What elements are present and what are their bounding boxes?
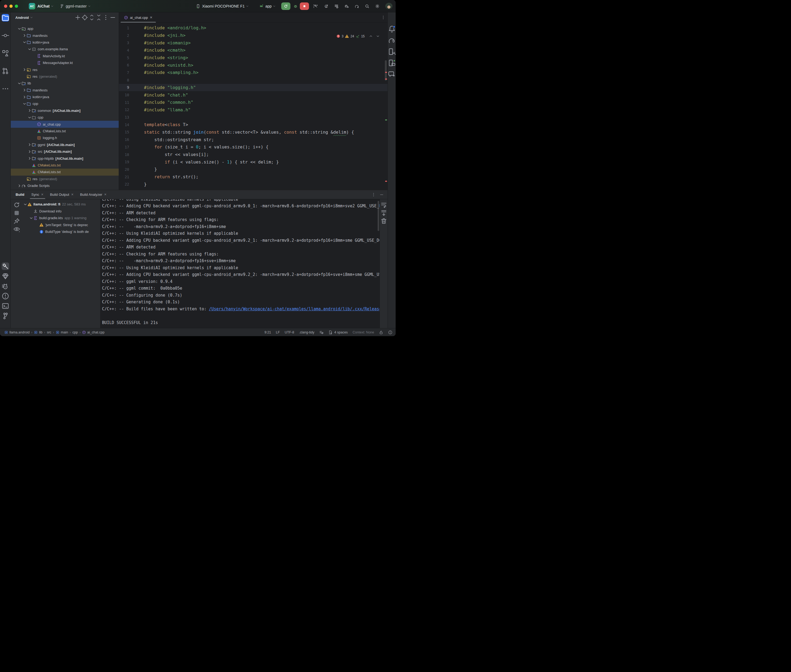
tree-item-messageadapter-kt[interactable]: MessageAdapter.kt: [11, 59, 119, 66]
tree-item-res[interactable]: res(generated): [11, 176, 119, 182]
tool-strip-pullRequest[interactable]: [2, 67, 9, 75]
tool-strip-deviceManager[interactable]: [388, 48, 396, 55]
tree-chevron-icon[interactable]: [17, 27, 21, 31]
tree-item-cmakelists-txt[interactable]: CMakeLists.txt: [11, 162, 119, 169]
tree-item-cmakelists-txt[interactable]: CMakeLists.txt: [11, 128, 119, 134]
run-config-selector[interactable]: app: [265, 4, 271, 8]
project-toolbar-collapseAll[interactable]: [96, 14, 102, 21]
close-tab-icon[interactable]: ✕: [41, 193, 43, 196]
tool-strip-elephant[interactable]: [388, 37, 396, 44]
breadcrumb-lib[interactable]: lib: [34, 331, 43, 334]
sync-toolbar-refresh[interactable]: [13, 202, 20, 208]
tool-strip-runningDevices[interactable]: [388, 59, 396, 67]
tree-chevron-icon[interactable]: [27, 142, 32, 147]
tree-item-kotlin-java[interactable]: kotlin+java: [11, 39, 119, 46]
tool-strip-problems[interactable]: [2, 292, 9, 300]
breadcrumb-ai-chat-cpp[interactable]: Cai_chat.cpp: [82, 331, 104, 334]
indent-widget[interactable]: 4 spaces: [328, 330, 348, 334]
prev-issue-chevron[interactable]: [369, 34, 373, 38]
error-stripe-mark[interactable]: [385, 78, 387, 80]
tree-item-ai-chat-cpp[interactable]: Cai_chat.cpp: [11, 121, 119, 128]
tree-item-manifests[interactable]: manifests: [11, 87, 119, 94]
tree-item-res[interactable]: res: [11, 66, 119, 73]
tree-item-cpp-httplib[interactable]: cpp-httplib[AiChat.lib.main]: [11, 155, 119, 162]
toolbar-gear-icon[interactable]: [375, 3, 379, 9]
tool-strip-folderTool[interactable]: [2, 14, 9, 21]
toolbar-gradleSync-icon[interactable]: [355, 3, 359, 9]
tree-item-gradle-scripts[interactable]: Gradle Scripts: [11, 182, 119, 189]
debug-button[interactable]: [294, 3, 298, 9]
tab-sync[interactable]: Sync✕: [28, 190, 47, 199]
console-toolbar-wrap[interactable]: [380, 202, 387, 208]
editor-area[interactable]: C ai_chat.cpp ✕ 3 24: [119, 12, 388, 190]
toolbar-profiler-icon[interactable]: [334, 3, 339, 9]
project-toolbar-locate[interactable]: [82, 14, 88, 21]
tree-item-cpp[interactable]: cpp: [11, 100, 119, 107]
tree-item-llama-android-fi[interactable]: llama.android: fi22 sec, 583 ms: [22, 201, 100, 208]
close-tab-icon[interactable]: ✕: [104, 193, 107, 196]
file-encoding[interactable]: UTF-8: [285, 331, 294, 334]
tool-strip-structure[interactable]: [2, 50, 9, 57]
console-scrollbar[interactable]: [378, 201, 379, 231]
next-issue-chevron[interactable]: [376, 34, 380, 38]
inspections-widget[interactable]: 3 24 15: [336, 34, 380, 38]
problems-circle-icon[interactable]: [388, 330, 392, 334]
hide-panel-icon[interactable]: [379, 192, 384, 197]
tree-item-build-gradle-kts[interactable]: build.gradle.ktsapp 1 warning: [22, 214, 100, 222]
context-widget[interactable]: Context: None: [353, 331, 374, 334]
tree-chevron-icon[interactable]: [22, 40, 27, 44]
console-path-link[interactable]: /Users/hanyin/Workspace/ai-chat/examples…: [209, 307, 379, 311]
tree-item-ggml[interactable]: ggml[AiChat.lib.main]: [11, 141, 119, 148]
tree-item-common[interactable]: common[AiChat.lib.main]: [11, 107, 119, 114]
tool-strip-hammer[interactable]: [2, 262, 9, 270]
branch-selector[interactable]: ggml-master: [66, 4, 87, 8]
project-toolbar-expandAll[interactable]: [88, 14, 95, 21]
build-console[interactable]: C/C++: -- Using KleidiAI optimized kerne…: [100, 199, 379, 328]
tree-item-app[interactable]: app: [11, 25, 119, 32]
project-selector[interactable]: AiChat: [37, 4, 50, 8]
tree-chevron-icon[interactable]: [22, 102, 27, 106]
sync-toolbar-graySquare[interactable]: [13, 210, 20, 216]
tool-strip-gem[interactable]: [2, 272, 9, 280]
tree-chevron-icon[interactable]: [22, 67, 27, 72]
tree-item-com-example-llama[interactable]: com.example.llama: [11, 46, 119, 53]
tree-chevron-icon[interactable]: [27, 47, 32, 51]
tree-item-cpp[interactable]: cpp: [11, 114, 119, 121]
tree-item-download-info[interactable]: Download info: [22, 208, 100, 215]
tree-item-res[interactable]: res(generated): [11, 73, 119, 80]
tree-chevron-icon[interactable]: [17, 184, 21, 188]
clang-tidy-widget[interactable]: .clang-tidy: [299, 331, 314, 334]
tree-item--jvmtarget-string-is-deprec[interactable]: 'jvmTarget: String' is deprec: [22, 222, 100, 229]
tree-item-src[interactable]: src[AiChat.lib.main]: [11, 148, 119, 155]
close-tab-icon[interactable]: ✕: [71, 193, 74, 196]
toolbar-syncA-icon[interactable]: A: [324, 3, 328, 9]
close-tab-icon[interactable]: ✕: [150, 16, 152, 19]
line-separator[interactable]: LF: [276, 331, 280, 334]
tool-strip-commit[interactable]: [2, 32, 9, 39]
error-stripe-mark[interactable]: [385, 119, 387, 120]
error-stripe-mark[interactable]: [385, 181, 387, 182]
toolbar-attachDebug-icon[interactable]: [345, 3, 349, 9]
tab-build-output[interactable]: Build Output✕: [47, 190, 77, 199]
build-options-kebab[interactable]: [371, 192, 376, 197]
formatter-icon[interactable]: [319, 330, 324, 334]
sync-toolbar-eye[interactable]: [13, 226, 20, 233]
tree-chevron-icon[interactable]: [29, 216, 34, 220]
tree-item-mainactivity-kt[interactable]: MainActivity.kt: [11, 53, 119, 59]
tree-chevron-icon[interactable]: [27, 115, 32, 120]
minimize-window-button[interactable]: [10, 5, 13, 8]
project-view-selector[interactable]: Android: [15, 16, 29, 20]
rerun-button[interactable]: [281, 2, 290, 10]
stop-button[interactable]: [300, 2, 309, 10]
tree-item-cmakelists-txt[interactable]: CMakeLists.txt: [11, 169, 119, 175]
editor-scrollbar[interactable]: [385, 60, 387, 81]
editor-options-kebab[interactable]: [381, 15, 385, 20]
tree-chevron-icon[interactable]: [22, 95, 27, 99]
tab-build-analyzer[interactable]: Build Analyzer✕: [77, 190, 110, 199]
tool-strip-gitBranch[interactable]: [2, 312, 9, 320]
tool-strip-logcat[interactable]: [2, 282, 9, 290]
tree-item-kotlin-java[interactable]: kotlin+java: [11, 94, 119, 100]
tree-chevron-icon[interactable]: [22, 34, 27, 38]
caret-position[interactable]: 9:21: [265, 331, 271, 334]
tree-chevron-icon[interactable]: [27, 156, 32, 160]
